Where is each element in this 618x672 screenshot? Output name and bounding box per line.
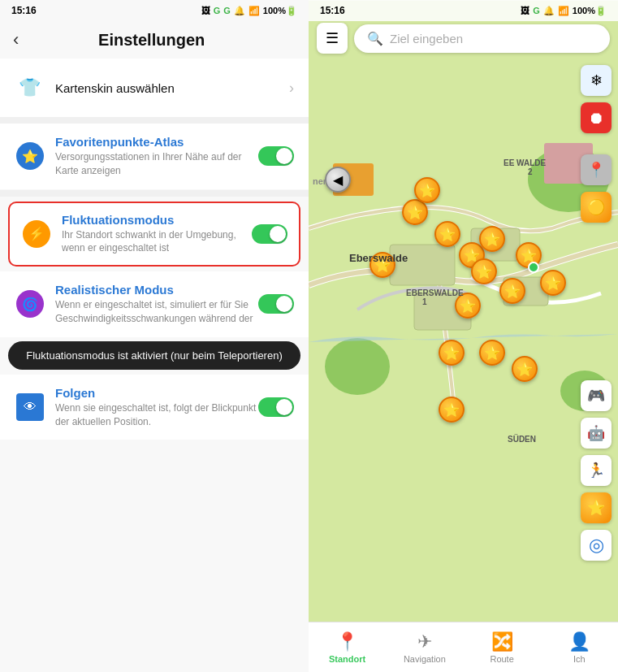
- toggle-knob-4: [276, 399, 292, 415]
- search-placeholder: Ziel eingeben: [390, 32, 463, 46]
- favoritenpunkte-icon: ⭐: [15, 141, 45, 171]
- fluktuationsmodus-icon: ⚡: [21, 219, 52, 249]
- toast-notification: Fluktuationsmodus ist aktiviert (nur bei…: [8, 341, 300, 370]
- green-location-dot: [528, 262, 539, 273]
- favoritenpunkte-setting[interactable]: ⭐ Favoritenpunkte-Atlas Versorgungsstati…: [0, 124, 309, 189]
- nav-route[interactable]: 🔀 Route: [464, 631, 541, 664]
- marker-6[interactable]: ⭐: [471, 258, 497, 284]
- favoritenpunkte-title: Favoritenpunkte-Atlas: [55, 135, 258, 149]
- svg-rect-1: [390, 245, 455, 285]
- standort-icon: 📍: [336, 631, 358, 652]
- navigation-label: Navigation: [404, 654, 446, 664]
- nav-navigation[interactable]: ✈ Navigation: [386, 631, 463, 664]
- folgen-text: Folgen Wenn sie eingeschaltet ist, folgt…: [55, 386, 258, 429]
- location-marker-button[interactable]: 📍: [581, 154, 612, 185]
- fluktuationsmodus-toggle[interactable]: [252, 224, 287, 244]
- folgen-icon: 👁: [15, 392, 45, 423]
- toggle-knob-2: [270, 226, 286, 242]
- toggle-knob-3: [276, 296, 292, 312]
- toggle-knob: [276, 148, 292, 164]
- folgen-toggle[interactable]: [258, 397, 294, 417]
- favoritenpunkte-toggle[interactable]: [258, 146, 294, 166]
- folgen-setting[interactable]: 👁 Folgen Wenn sie eingeschaltet ist, fol…: [0, 375, 309, 440]
- coin-button[interactable]: 🟡: [581, 192, 612, 223]
- status-bar-left: 15:16 🖼 G G 🔔 📶 100%🔋: [0, 0, 309, 21]
- kartenskin-title: Kartenskin auswählen: [55, 81, 289, 95]
- search-box[interactable]: 🔍 Ziel eingeben: [354, 24, 610, 53]
- side-actions-mid: 🎮 🤖 🏃 ⭐ ◎: [581, 380, 612, 561]
- map-panel: 15:16 🖼 G 🔔 📶 100%🔋: [309, 0, 618, 672]
- red-record-button[interactable]: ⏺: [581, 102, 612, 133]
- favoritenpunkte-desc: Versorgungsstationen in Ihrer Nähe auf d…: [55, 150, 258, 178]
- status-icons-left: 🖼 G G 🔔 📶 100%🔋: [201, 6, 297, 16]
- realistischer-icon: 🌀: [15, 288, 45, 319]
- folgen-desc: Wenn sie eingeschaltet ist, folgt der Bl…: [55, 401, 258, 429]
- marker-14[interactable]: ⭐: [439, 397, 465, 423]
- fluktuationsmodus-desc: Ihr Standort schwankt in der Umgebung, w…: [62, 228, 252, 256]
- marker-gray[interactable]: ◀: [325, 167, 351, 193]
- fluktuationsmodus-title: Fluktuationsmodus: [62, 213, 252, 227]
- realistischer-setting[interactable]: 🌀 Realistischer Modus Wenn er eingeschal…: [0, 271, 309, 337]
- side-actions: ❄ ⏺: [581, 65, 612, 133]
- marker-7[interactable]: ⭐: [455, 293, 481, 319]
- search-bar: ☰ 🔍 Ziel eingeben: [317, 23, 610, 54]
- search-icon: 🔍: [367, 31, 383, 46]
- route-icon: 🔀: [491, 631, 513, 652]
- divider-1: [0, 117, 309, 124]
- divider-2: [0, 190, 309, 197]
- fluktuationsmodus-text: Fluktuationsmodus Ihr Standort schwankt …: [62, 213, 252, 256]
- marker-5[interactable]: ⭐: [479, 226, 505, 252]
- snowflake-button[interactable]: ❄: [581, 65, 612, 96]
- page-title: Einstellungen: [32, 31, 271, 50]
- back-button[interactable]: ‹: [13, 29, 19, 50]
- kartenskin-icon: 👕: [15, 73, 44, 102]
- robot-button[interactable]: 🤖: [581, 418, 612, 449]
- marker-11[interactable]: ⭐: [439, 340, 465, 366]
- time-left: 15:16: [11, 5, 37, 16]
- settings-header: ‹ Einstellungen: [0, 21, 309, 59]
- navigation-icon: ✈: [417, 631, 432, 652]
- fluktuationsmodus-setting[interactable]: ⚡ Fluktuationsmodus Ihr Standort schwank…: [8, 202, 300, 267]
- kartenskin-setting[interactable]: 👕 Kartenskin auswählen ›: [0, 59, 309, 117]
- ich-icon: 👤: [568, 631, 590, 652]
- bottom-navigation: 📍 Standort ✈ Navigation 🔀 Route 👤 Ich: [309, 622, 618, 672]
- status-bar-right: 15:16 🖼 G 🔔 📶 100%🔋: [309, 0, 618, 21]
- nav-ich[interactable]: 👤 Ich: [541, 631, 618, 664]
- svg-point-6: [325, 338, 390, 395]
- realistischer-title: Realistischer Modus: [55, 283, 258, 297]
- favoritenpunkte-text: Favoritenpunkte-Atlas Versorgungsstation…: [55, 135, 258, 178]
- standort-label: Standort: [329, 654, 365, 664]
- realistischer-text: Realistischer Modus Wenn er eingeschalte…: [55, 283, 258, 326]
- ich-label: Ich: [573, 654, 586, 664]
- map-background: Eberswalde EBERSWALDE1 EE WALDE2 SÜDEN n…: [309, 0, 618, 623]
- marker-15[interactable]: ⭐: [414, 177, 440, 203]
- marker-10[interactable]: ⭐: [540, 270, 566, 296]
- runner-button[interactable]: 🏃: [581, 455, 612, 486]
- target-button[interactable]: ◎: [581, 530, 612, 561]
- settings-panel: 15:16 🖼 G G 🔔 📶 100%🔋 ‹ Einstellungen 👕 …: [0, 0, 309, 672]
- route-label: Route: [490, 654, 513, 664]
- star-button[interactable]: ⭐: [581, 492, 612, 523]
- gamepad-button[interactable]: 🎮: [581, 380, 612, 411]
- marker-13[interactable]: ⭐: [512, 356, 538, 382]
- time-right: 15:16: [320, 5, 345, 16]
- realistischer-desc: Wenn er eingeschaltet ist, simuliert er …: [55, 298, 258, 326]
- marker-3[interactable]: ⭐: [434, 221, 460, 247]
- nav-standort[interactable]: 📍 Standort: [309, 631, 386, 664]
- menu-button[interactable]: ☰: [317, 23, 348, 54]
- marker-8[interactable]: ⭐: [499, 278, 525, 304]
- folgen-title: Folgen: [55, 386, 258, 400]
- marker-1[interactable]: ⭐: [370, 252, 395, 278]
- status-icons-right: 🖼 G 🔔 📶 100%🔋: [521, 6, 607, 16]
- side-actions-bottom: 📍 🟡: [581, 154, 612, 223]
- realistischer-toggle[interactable]: [258, 294, 294, 314]
- kartenskin-arrow: ›: [289, 80, 294, 97]
- marker-12[interactable]: ⭐: [479, 340, 505, 366]
